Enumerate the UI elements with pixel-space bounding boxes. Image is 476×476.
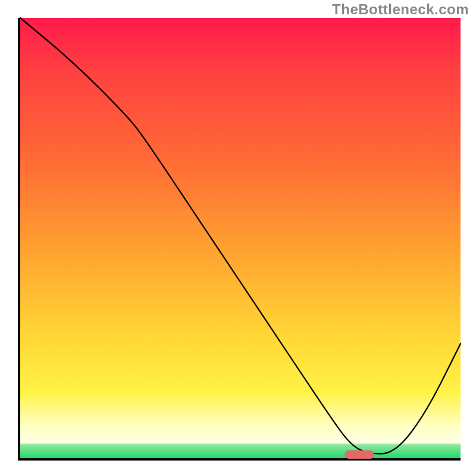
- watermark-text: TheBottleneck.com: [332, 1, 469, 18]
- curve-layer: [20, 18, 461, 458]
- optimal-marker: [345, 450, 374, 459]
- chart-container: TheBottleneck.com: [0, 0, 476, 476]
- bottleneck-curve: [20, 18, 461, 454]
- plot-area: [18, 18, 461, 461]
